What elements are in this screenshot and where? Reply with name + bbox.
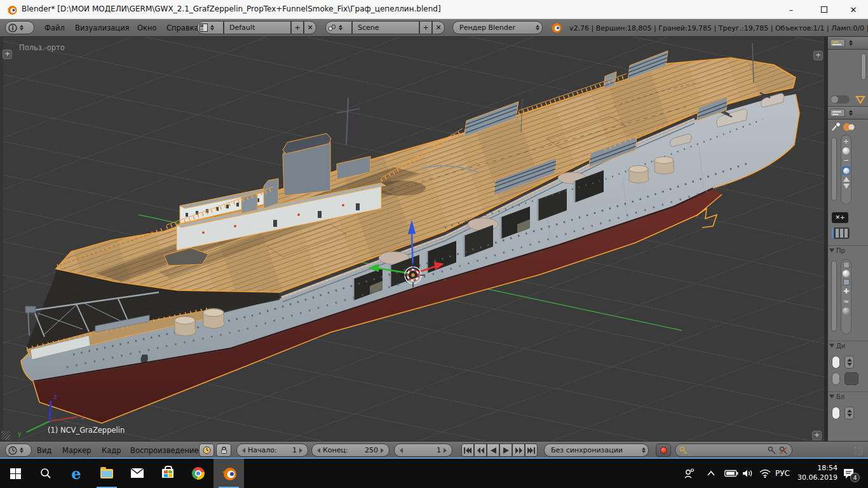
chrome-taskbar-icon[interactable] [183,459,214,488]
search-button[interactable] [31,459,61,488]
sync-mode-dropdown[interactable]: Без синхронизации [544,444,649,457]
delete-add-icon[interactable]: ✕+ [832,212,848,223]
cube-icon[interactable] [843,262,850,268]
editor-type-selector-timeline[interactable] [5,444,32,457]
scene-icon-button[interactable] [325,21,352,34]
hidden-icons-chevron[interactable] [707,459,715,488]
outliner-body[interactable] [828,50,868,107]
menu-window[interactable]: Окно [137,24,157,32]
corner-grip[interactable] [854,447,863,456]
tab-remove-icon[interactable]: − [842,156,850,165]
pin-icon[interactable] [831,122,855,132]
toolshelf-expand-button[interactable]: + [3,50,12,59]
play-reverse-button[interactable] [487,444,499,457]
panel-scrollbar[interactable] [831,261,837,332]
store-taskbar-icon[interactable] [153,459,183,488]
menu-file[interactable]: Файл [44,24,65,32]
increment-arrow-icon[interactable] [381,448,384,453]
layout-close-button[interactable]: ✕ [304,21,316,34]
frame-start-field[interactable]: Начало: 1 [236,444,308,457]
outliner-toggle[interactable] [831,95,850,104]
tab-add-icon[interactable]: + [842,137,850,146]
expand-button[interactable]: + [812,431,822,440]
minimize-button[interactable]: – [776,0,806,19]
blender-taskbar-icon-active[interactable] [214,459,244,488]
clock-tray[interactable]: 18:54 30.06.2019 [797,459,837,488]
timeline-menu-marker[interactable]: Маркер [62,446,92,455]
block-stepper[interactable] [844,407,854,419]
panel-header-display[interactable]: Ди [828,341,868,350]
mail-taskbar-icon[interactable] [122,459,153,488]
decrement-arrow-icon[interactable] [242,448,245,453]
next-keyframe-button[interactable] [512,444,525,457]
panel-header-block[interactable]: Бл [828,391,868,401]
increment-arrow-icon[interactable] [299,448,302,453]
keying-set-field[interactable] [675,444,792,457]
chevron-updown-icon [849,110,853,116]
volume-tray-icon[interactable] [742,459,754,488]
clock-editor-icon [8,446,17,455]
current-frame-field[interactable]: 1 [394,444,452,457]
menu-help[interactable]: Справка [166,24,199,32]
edge-taskbar-icon[interactable]: e [61,459,92,488]
timeline-menu-frame[interactable]: Кадр [102,446,121,455]
properties-header[interactable] [828,107,868,119]
properties-body: + − ✕+ Пр [828,119,868,440]
cube-icon[interactable] [843,279,850,285]
maximize-button[interactable] [810,0,839,19]
decrement-arrow-icon[interactable] [317,448,320,453]
increment-arrow-icon[interactable] [444,448,447,453]
add-keyframe-icon[interactable] [768,446,776,455]
display-box[interactable] [844,372,858,385]
scene-add-button[interactable]: + [419,21,432,34]
jump-to-start-button[interactable] [461,444,474,457]
language-indicator[interactable]: РУС [775,459,790,488]
previous-keyframe-button[interactable] [474,444,487,457]
record-button[interactable] [656,444,671,457]
corner-grip[interactable] [1,431,10,440]
tab-down-icon[interactable] [843,184,850,189]
shaded-sphere-icon[interactable] [843,308,850,315]
layout-add-button[interactable]: + [291,21,304,34]
waves-icon[interactable]: ≈ [842,297,850,306]
tab-up-icon[interactable] [843,177,850,182]
display-stepper[interactable] [844,356,854,369]
play-button[interactable] [499,444,512,457]
action-center-button[interactable]: 4 [843,459,855,488]
tab-render-icon[interactable] [843,147,850,154]
file-explorer-taskbar-icon[interactable] [92,459,122,488]
timeline-menu-view[interactable]: Вид [37,446,51,455]
sphere-icon[interactable] [843,270,850,277]
render-engine-dropdown[interactable]: Рендер Blender [452,21,543,34]
outliner-header[interactable] [828,37,868,50]
battery-tray-icon[interactable] [724,459,738,488]
jump-to-end-button[interactable] [525,444,538,457]
wifi-tray-icon[interactable] [759,459,771,488]
start-button[interactable] [0,459,31,488]
plus-icon[interactable]: ✚ [842,287,850,295]
screen-layout-field[interactable]: Default [224,21,291,34]
scene-close-button[interactable]: ✕ [432,21,445,34]
properties-scrollbar[interactable] [831,137,837,201]
block-toggle[interactable] [832,407,840,419]
people-tray-icon[interactable] [683,459,696,488]
tab-object-icon-active[interactable] [842,166,850,175]
properties-shelf-expand-button[interactable]: + [813,51,823,60]
display-toggle-2[interactable] [832,372,840,385]
editor-type-selector-info[interactable] [5,21,34,34]
remove-keyframe-icon[interactable] [779,446,788,455]
menu-render[interactable]: Визуализация [75,24,130,32]
close-button[interactable]: ✕ [839,0,868,19]
screen-layout-icon-button[interactable] [197,21,224,34]
timeline-menu-playback[interactable]: Воспроизведение [130,446,199,455]
display-toggle[interactable] [832,356,840,369]
decrement-arrow-icon[interactable] [400,448,403,453]
frame-end-field[interactable]: Конец: 250 [311,444,390,457]
outliner-scrollbar[interactable] [861,53,866,80]
striped-list-icon[interactable] [832,227,850,239]
time-toggle-button[interactable] [199,444,214,457]
panel-header-transform[interactable]: Пр [828,245,868,255]
scene-field[interactable]: Scene [352,21,419,34]
lock-button[interactable] [216,444,231,457]
viewport-3d: x y z Польз.-орто (1) NCV_GraZeppelin + … [0,37,824,441]
